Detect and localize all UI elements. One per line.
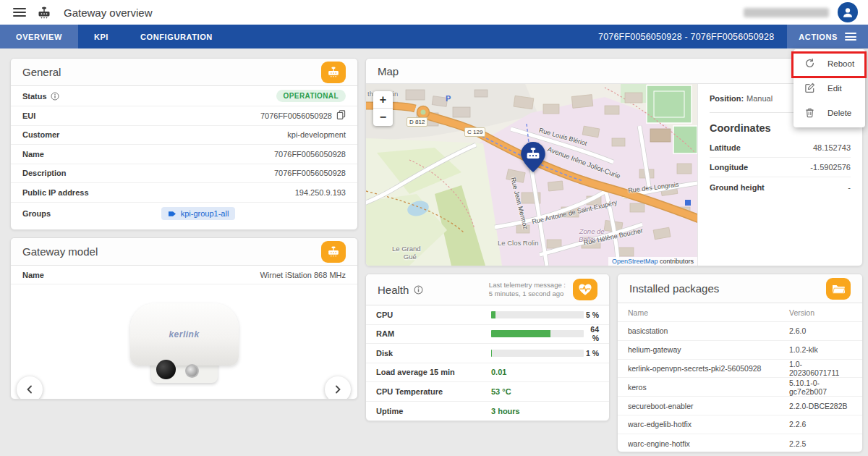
disk-progress-bar — [491, 350, 584, 357]
group-chip-label: kpi-group1-all — [181, 209, 229, 218]
device-connector — [185, 364, 199, 378]
public-ip-value: 194.250.9.193 — [295, 188, 346, 197]
longitude-label: Longitude — [710, 163, 748, 172]
groups-label: Groups — [22, 209, 51, 218]
status-label: Status — [22, 92, 47, 101]
package-row: helium-gateway1.0.2-klk — [618, 341, 862, 360]
gateway-model-title: Gateway model — [22, 245, 98, 258]
description-label: Description — [22, 169, 67, 177]
map-place-label: Le Clos Rolin — [498, 239, 539, 247]
general-card-title: General — [22, 66, 61, 78]
carousel-prev-button[interactable] — [17, 376, 43, 400]
tab-kpi[interactable]: KPI — [78, 25, 124, 48]
actions-button[interactable]: ACTIONS — [787, 25, 868, 48]
map-card: Map — [365, 58, 863, 266]
disk-label: Disk — [376, 349, 491, 358]
cpu-temperature-label: CPU Temperature — [376, 387, 491, 396]
page-title: Gateway overview — [64, 7, 153, 19]
map-road-ref-d812: D 812 — [407, 117, 427, 127]
delete-icon — [804, 107, 815, 119]
cpu-progress-bar — [491, 311, 584, 318]
zoom-in-button[interactable]: + — [373, 91, 393, 109]
map-road-ref-c129: C 129 — [464, 127, 485, 137]
reboot-icon — [804, 58, 815, 70]
load-average-label: Load average 15 min — [376, 368, 491, 376]
package-row: secureboot-enabler2.2.0-DBCE282B — [618, 397, 862, 415]
gateway-id-label: 7076FF0056050928 - 7076FF0056050928 — [598, 25, 774, 48]
device-brand-logo: kerlink — [169, 329, 199, 339]
uptime-value: 3 hours — [491, 407, 520, 415]
eui-label: EUI — [22, 111, 35, 120]
map-place-label: Le GrandGué — [392, 245, 421, 261]
cpu-label: CPU — [376, 311, 491, 319]
package-row: warc-edgelib-hotfix2.2.6 — [618, 415, 862, 434]
model-name-label: Name — [22, 271, 44, 279]
column-name: Name — [628, 308, 789, 317]
openstreetmap-link[interactable]: OpenStreetMap — [612, 258, 658, 265]
disk-percent: 1 % — [584, 349, 599, 358]
hamburger-menu-icon[interactable] — [13, 8, 26, 17]
tag-icon — [168, 210, 176, 218]
actions-button-label: ACTIONS — [799, 33, 838, 41]
gateway-card-icon — [321, 62, 346, 83]
health-card-title: Health — [378, 284, 409, 296]
position-value: Manual — [746, 94, 773, 103]
map-canvas[interactable]: the Martin D 812 C 129 P Rue Louis Bléri… — [366, 84, 697, 266]
tab-configuration[interactable]: CONFIGURATION — [124, 25, 229, 48]
actions-dropdown-menu: Reboot Edit Delete — [793, 49, 865, 127]
package-row: basicstation2.6.0 — [618, 322, 862, 341]
health-info-icon[interactable] — [414, 285, 423, 295]
menu-item-reboot[interactable]: Reboot — [793, 51, 865, 76]
map-card-title: Map — [378, 65, 399, 77]
installed-packages-card: Installed packages Name Version basicsta… — [617, 274, 863, 452]
gateway-icon — [36, 6, 52, 19]
uptime-label: Uptime — [376, 407, 491, 415]
description-value: 7076FF0056050928 — [274, 169, 346, 177]
public-ip-label: Public IP address — [22, 188, 89, 197]
package-row: warc-engine-hotfix2.2.5 — [618, 434, 862, 452]
menu-item-edit[interactable]: Edit — [793, 76, 865, 101]
folder-icon — [826, 278, 851, 300]
latitude-label: Latitude — [710, 143, 741, 152]
column-version: Version — [789, 308, 852, 317]
model-image-carousel: kerlink — [11, 284, 357, 398]
ground-height-value: - — [848, 183, 851, 192]
general-card: General Status OPERATIONAL EUI 7076FF005… — [10, 58, 358, 230]
ground-height-label: Ground height — [710, 183, 765, 192]
position-label: Position: — [710, 94, 744, 103]
user-avatar[interactable] — [838, 2, 858, 22]
gateway-map-marker[interactable] — [521, 142, 545, 175]
tab-overview[interactable]: OVERVIEW — [0, 25, 78, 48]
longitude-value: -1.5902576 — [810, 163, 851, 172]
model-name-value: Wirnet iStation 868 MHz — [260, 271, 346, 279]
ram-percent: 64 % — [584, 325, 599, 342]
device-antenna-knob — [156, 360, 176, 379]
health-card-icon — [573, 279, 597, 300]
gateway-device-image: kerlink — [123, 303, 246, 390]
topbar: Gateway overview — [0, 0, 868, 25]
eui-value: 7076FF0056050928 — [260, 111, 332, 120]
status-info-icon[interactable] — [51, 92, 59, 101]
ram-progress-bar — [491, 330, 584, 337]
health-card: Health Last telemetry message :5 minutes… — [365, 274, 610, 421]
map-attribution: OpenStreetMap contributors — [608, 257, 697, 266]
customer-label: Customer — [22, 130, 59, 139]
zoom-out-button[interactable]: − — [373, 109, 393, 126]
package-row: keros5.10.1-0-gc7e2b007 — [618, 378, 862, 397]
copy-icon[interactable] — [336, 110, 346, 121]
carousel-next-button[interactable] — [325, 376, 351, 400]
map-parking-label: P — [446, 94, 451, 103]
packages-card-title: Installed packages — [629, 282, 719, 295]
menu-icon — [845, 33, 856, 41]
map-zoom-control: + − — [373, 91, 393, 126]
last-telemetry-text: Last telemetry message :5 minutes, 1 sec… — [489, 281, 566, 298]
packages-table-header: Name Version — [618, 303, 862, 322]
gateway-model-card: Gateway model Name Wirnet iStation 868 M… — [10, 237, 358, 400]
menu-item-delete[interactable]: Delete — [793, 101, 865, 125]
gateway-card-icon — [321, 241, 346, 263]
name-value: 7076FF0056050928 — [274, 150, 346, 159]
edit-icon — [804, 83, 815, 95]
status-badge: OPERATIONAL — [276, 90, 346, 102]
group-chip[interactable]: kpi-group1-all — [161, 207, 236, 220]
load-average-value: 0.01 — [491, 368, 506, 376]
